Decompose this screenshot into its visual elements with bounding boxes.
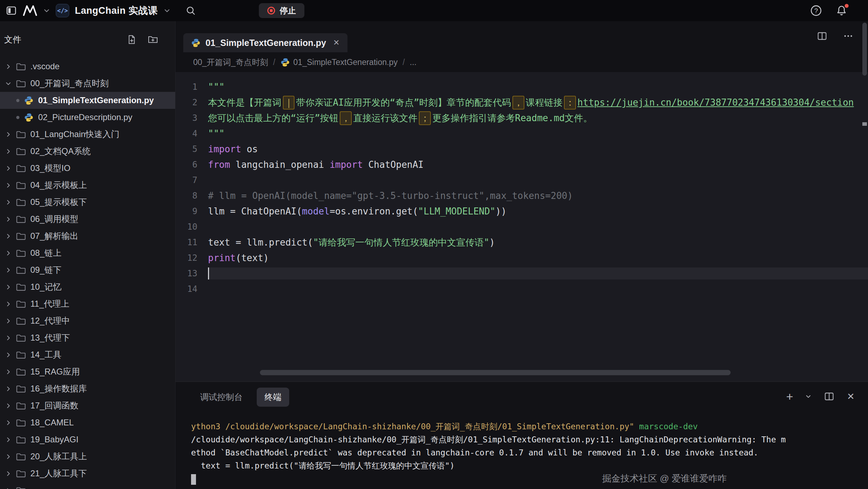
tree-item[interactable]: 10_记忆 [0, 278, 175, 295]
stop-button[interactable]: 停止 [259, 3, 304, 18]
svg-text:?: ? [814, 7, 818, 14]
tree-item-label: 12_代理中 [30, 315, 70, 326]
code-area[interactable]: 1"""2本文件是【开篇词｜带你亲证AI应用开发的“奇点”时刻】章节的配套代码，… [176, 72, 868, 382]
code-token: )) [495, 206, 506, 217]
new-terminal-icon[interactable]: + [786, 390, 793, 402]
tree-item-label: 21_人脉工具下 [30, 468, 87, 479]
code-line[interactable]: 4""" [176, 126, 868, 141]
vertical-scrollbar[interactable] [862, 22, 867, 380]
terminal-line [191, 472, 862, 485]
project-title[interactable]: LangChain 实战课 [75, 4, 158, 17]
help-icon[interactable]: ? [810, 5, 822, 17]
tree-item[interactable]: 19_BabyAGI [0, 431, 175, 448]
vertical-scrollbar-thumb[interactable] [862, 23, 867, 76]
chevron-down-icon[interactable] [164, 7, 171, 14]
tree-item[interactable]: 01_SimpleTextGeneration.py [0, 92, 175, 109]
marscode-logo-icon[interactable] [23, 5, 37, 16]
code-line[interactable]: 6from langchain_openai import ChatOpenAI [176, 157, 868, 172]
tree-item[interactable]: 17_回调函数 [0, 397, 175, 414]
folder-icon [16, 282, 26, 292]
editor-caret [208, 267, 209, 279]
terminal-line: ython3 /cloudide/workspace/LangChain-shi… [191, 420, 862, 433]
code-line[interactable]: 13 [176, 266, 868, 281]
terminal-dropdown-chevron-icon[interactable] [805, 393, 811, 400]
tree-item[interactable]: .vscode [0, 58, 175, 75]
breadcrumb-item[interactable]: ... [410, 58, 416, 67]
code-line[interactable]: 11text = llm.predict("请给我写一句情人节红玫瑰的中文宣传语… [176, 235, 868, 250]
tree-item[interactable]: 05_提示模板下 [0, 194, 175, 211]
line-text: import os [208, 144, 868, 154]
chevron-right-icon [5, 335, 12, 341]
code-line[interactable]: 7 [176, 172, 868, 188]
tree-item[interactable]: 03_模型IO [0, 160, 175, 177]
tree-item[interactable]: 06_调用模型 [0, 211, 175, 228]
tree-item[interactable]: 11_代理上 [0, 295, 175, 312]
code-line[interactable]: 10 [176, 219, 868, 235]
panel-tab-terminal[interactable]: 终端 [257, 388, 289, 407]
panel-tab-debug-console[interactable]: 调试控制台 [192, 388, 250, 407]
tree-item[interactable]: 12_代理中 [0, 312, 175, 329]
tree-item-label: 13_代理下 [30, 332, 70, 343]
tree-item-label: 00_开篇词_奇点时刻 [30, 78, 108, 89]
tree-item[interactable]: 02_PictureDescription.py [0, 109, 175, 126]
line-text: llm = ChatOpenAI(model=os.environ.get("L… [208, 206, 868, 217]
code-token: model [302, 206, 329, 217]
tree-item[interactable]: 14_工具 [0, 346, 175, 363]
horizontal-scrollbar[interactable] [208, 370, 857, 375]
tree-item[interactable]: 18_CAMEL [0, 414, 175, 431]
code-line[interactable]: 1""" [176, 79, 868, 95]
tree-item[interactable]: 20_人脉工具上 [0, 448, 175, 465]
terminal-line: ethod `BaseChatModel.predict` was deprec… [191, 446, 862, 459]
terminal-token: /cloudide/workspace/LangChain-shizhanke/… [191, 435, 786, 444]
code-line[interactable]: 3您可以点击最上方的“运行”按钮，直接运行该文件；更多操作指引请参考Readme… [176, 110, 868, 126]
chevron-down-icon[interactable] [43, 7, 50, 14]
new-file-icon[interactable] [126, 34, 137, 45]
search-icon[interactable] [185, 5, 196, 16]
breadcrumb-item[interactable]: 01_SimpleTextGeneration.py [280, 58, 398, 67]
chevron-right-icon [5, 233, 12, 240]
code-line[interactable]: 8# llm = OpenAI(model_name="gpt-3.5-turb… [176, 188, 868, 204]
tree-item[interactable]: 09_链下 [0, 261, 175, 278]
code-line[interactable]: 2本文件是【开篇词｜带你亲证AI应用开发的“奇点”时刻】章节的配套代码，课程链接… [176, 95, 868, 110]
chevron-right-icon [5, 284, 12, 290]
breadcrumb-item[interactable]: 00_开篇词_奇点时刻 [193, 57, 268, 68]
line-number: 3 [176, 113, 208, 123]
tree-item[interactable]: 15_RAG应用 [0, 363, 175, 380]
tree-item[interactable]: 02_文档QA系统 [0, 143, 175, 160]
tree-item[interactable]: 21_人脉工具下 [0, 465, 175, 482]
tree-item[interactable] [0, 482, 175, 489]
code-line[interactable]: 12print(text) [176, 250, 868, 266]
split-terminal-icon[interactable] [824, 391, 835, 402]
line-number: 14 [176, 284, 208, 294]
explorer-header: 文件 [0, 21, 175, 58]
tree-item[interactable]: 07_解析输出 [0, 228, 175, 245]
code-token: langchain_openai [230, 159, 330, 170]
code-line[interactable]: 5import os [176, 141, 868, 157]
tree-item[interactable]: 16_操作数据库 [0, 380, 175, 397]
tree-item[interactable]: 00_开篇词_奇点时刻 [0, 75, 175, 92]
tab-close-icon[interactable]: ✕ [333, 38, 339, 47]
sidebar-toggle-icon[interactable] [6, 5, 17, 16]
code-token: https://juejin.cn/book/73877023474361303… [577, 97, 854, 108]
chevron-right-icon [5, 267, 12, 273]
tree-item[interactable]: 13_代理下 [0, 329, 175, 346]
terminal-output[interactable]: ython3 /cloudide/workspace/LangChain-shi… [191, 420, 862, 489]
more-actions-icon[interactable] [843, 30, 854, 42]
code-line[interactable]: 9llm = ChatOpenAI(model=os.environ.get("… [176, 204, 868, 219]
close-panel-icon[interactable]: ✕ [847, 391, 855, 402]
tree-item[interactable]: 01_LangChain快速入门 [0, 126, 175, 143]
project-icon[interactable]: </> [56, 4, 69, 17]
horizontal-scrollbar-thumb[interactable] [260, 370, 731, 375]
tree-item[interactable]: 08_链上 [0, 245, 175, 261]
code-line[interactable]: 14 [176, 281, 868, 297]
folder-icon [16, 130, 26, 139]
code-token: 您可以点击最上方的“运行”按钮 [208, 112, 338, 124]
split-editor-icon[interactable] [816, 30, 828, 42]
folder-icon [16, 198, 26, 207]
new-folder-icon[interactable] [148, 34, 158, 45]
notifications-bell-icon[interactable] [836, 5, 848, 17]
terminal-line: /cloudide/workspace/LangChain-shizhanke/… [191, 433, 862, 446]
line-number: 5 [176, 144, 208, 154]
tree-item[interactable]: 04_提示模板上 [0, 177, 175, 194]
editor-tab-active[interactable]: 01_SimpleTextGeneration.py ✕ [183, 33, 347, 52]
